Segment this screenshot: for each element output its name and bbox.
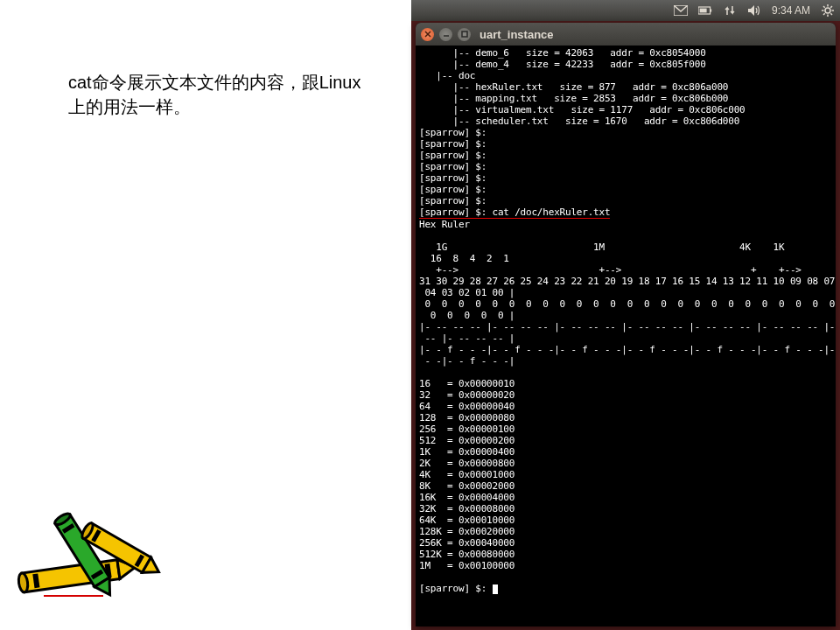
svg-point-19 <box>825 8 830 13</box>
description-text: cat命令展示文本文件的内容，跟Linux 上的用法一样。 <box>68 70 361 119</box>
ubuntu-desktop: 9:34 AM uart_instance |-- demo_6 size = … <box>411 0 840 630</box>
svg-line-25 <box>830 13 832 15</box>
svg-rect-29 <box>462 32 467 37</box>
window-title: uart_instance <box>480 28 554 41</box>
volume-icon[interactable] <box>747 4 761 18</box>
svg-rect-18 <box>700 9 707 13</box>
terminal-window: uart_instance |-- demo_6 size = 42063 ad… <box>416 23 836 626</box>
desc-line2: 上的用法一样。 <box>68 97 191 116</box>
mail-icon[interactable] <box>674 4 688 18</box>
svg-line-27 <box>830 6 832 8</box>
desc-line1: cat命令展示文本文件的内容，跟Linux <box>68 73 361 92</box>
battery-icon[interactable] <box>698 4 712 18</box>
crayons-image <box>4 508 166 612</box>
window-titlebar: uart_instance <box>416 23 836 46</box>
ubuntu-top-bar: 9:34 AM <box>411 0 840 21</box>
svg-rect-17 <box>710 9 712 11</box>
network-icon[interactable] <box>723 4 737 18</box>
window-close-button[interactable] <box>421 28 434 41</box>
window-minimize-button[interactable] <box>439 28 452 41</box>
window-maximize-button[interactable] <box>458 28 471 41</box>
svg-line-26 <box>823 13 825 15</box>
terminal-output[interactable]: |-- demo_6 size = 42063 addr = 0xc805400… <box>416 46 836 626</box>
gear-icon[interactable] <box>821 4 835 18</box>
clock-text[interactable]: 9:34 AM <box>772 4 810 17</box>
crayons-icon <box>4 508 166 612</box>
svg-line-24 <box>823 6 825 8</box>
red-underline-decoration <box>44 595 103 597</box>
